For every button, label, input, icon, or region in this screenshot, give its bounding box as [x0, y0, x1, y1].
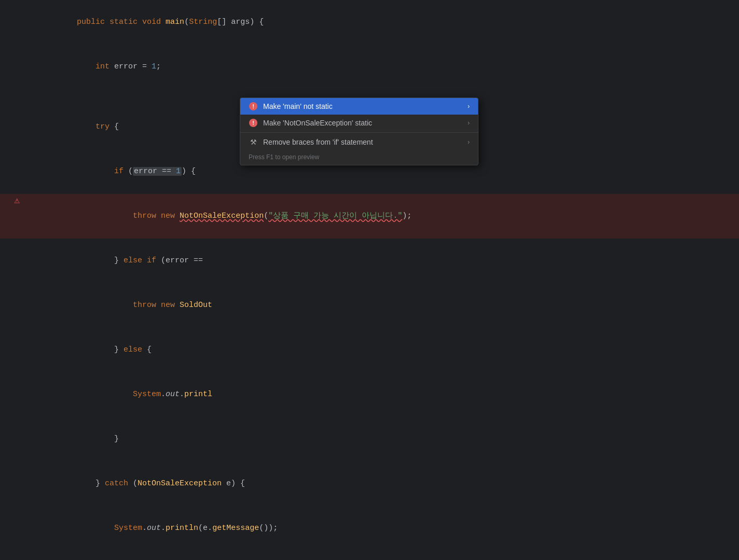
- code-line-2: int error = 1;: [0, 45, 739, 89]
- line-number-6: ⚠: [0, 196, 26, 205]
- error-icon-2: !: [249, 118, 258, 128]
- line-content-9: } else {: [26, 328, 739, 372]
- chevron-icon-2: ›: [468, 119, 470, 127]
- line-content-14: System.out.println("20시 이후 다시 도전해주세요");: [26, 551, 739, 560]
- error-gutter-icon: ⚠: [14, 195, 20, 206]
- menu-hint: Press F1 to open preview: [240, 150, 478, 165]
- menu-item-make-main-not-static[interactable]: ! Make 'main' not static ›: [240, 98, 478, 115]
- error-badge-1: !: [249, 102, 257, 110]
- menu-item-make-not-on-sale-static[interactable]: ! Make 'NotOnSaleException' static ›: [240, 115, 478, 131]
- chevron-icon-1: ›: [468, 103, 470, 110]
- line-content-6: throw new NotOnSaleException("상품 구매 가능 시…: [26, 194, 739, 238]
- code-editor: public static void main(String[] args) {…: [0, 0, 739, 560]
- code-line-7: } else if (error ==: [0, 239, 739, 283]
- wrench-icon: ⚒: [249, 137, 258, 147]
- menu-item-remove-braces[interactable]: ⚒ Remove braces from 'if' statement ›: [240, 134, 478, 150]
- code-line-10: System.out.printl: [0, 372, 739, 417]
- line-content-10: System.out.printl: [26, 373, 739, 416]
- line-content-1: public static void main(String[] args) {: [26, 1, 739, 44]
- line-content-11: }: [26, 417, 739, 461]
- line-content-2: int error = 1;: [26, 45, 739, 89]
- chevron-icon-3: ›: [468, 138, 470, 146]
- line-content-13: System.out.println(e.getMessage());: [26, 507, 739, 550]
- context-menu: ! Make 'main' not static › ! Make 'NotOn…: [240, 97, 478, 165]
- code-line-1: public static void main(String[] args) {: [0, 0, 739, 45]
- line-content-7: } else if (error ==: [26, 239, 739, 283]
- code-line-9: } else {: [0, 328, 739, 372]
- code-line-13: System.out.println(e.getMessage());: [0, 506, 739, 551]
- code-line-11: }: [0, 417, 739, 461]
- code-line-8: throw new SoldOut: [0, 283, 739, 328]
- menu-label-2: Make 'NotOnSaleException' static: [263, 119, 372, 127]
- line-content-8: throw new SoldOut: [26, 284, 739, 327]
- error-icon-1: !: [249, 102, 258, 111]
- line-content-12: } catch (NotOnSaleException e) {: [26, 462, 739, 506]
- code-line-12: } catch (NotOnSaleException e) {: [0, 461, 739, 506]
- code-line-14: System.out.println("20시 이후 다시 도전해주세요");: [0, 551, 739, 560]
- error-badge-2: !: [249, 119, 257, 127]
- menu-label-3: Remove braces from 'if' statement: [263, 138, 373, 146]
- menu-label-1: Make 'main' not static: [263, 102, 333, 110]
- code-line-6: ⚠ throw new NotOnSaleException("상품 구매 가능…: [0, 194, 739, 239]
- menu-divider: [240, 132, 478, 133]
